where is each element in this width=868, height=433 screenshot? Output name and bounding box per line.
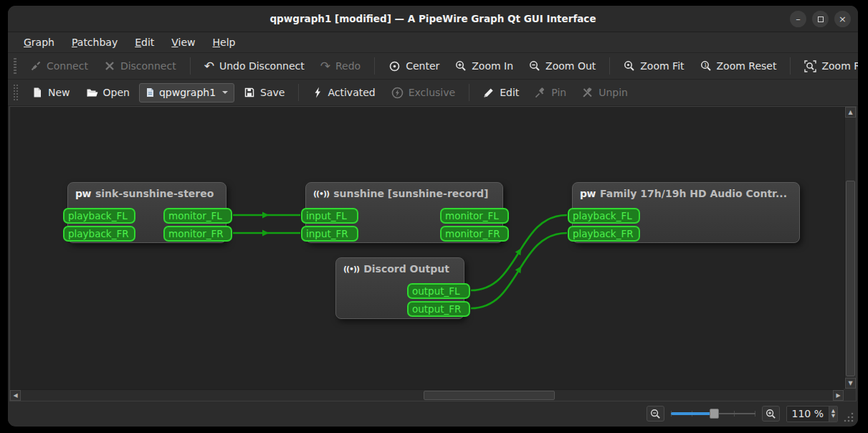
node-family-hd-audio[interactable]: pw Family 17h/19h HD Audio Contr... play… xyxy=(572,182,800,243)
stream-icon: ((•)) xyxy=(313,189,329,199)
redo-button[interactable]: ↷ Redo xyxy=(314,57,367,75)
close-button[interactable]: × xyxy=(834,11,851,27)
toolbar-separator xyxy=(190,57,191,75)
toolbar-separator xyxy=(609,57,610,75)
pipewire-icon: pw xyxy=(580,188,596,199)
undo-disconnect-button[interactable]: ↶ Undo Disconnect xyxy=(198,57,311,75)
zoom-steppers[interactable]: ▲▼ xyxy=(829,406,837,422)
exclusive-bolt-icon xyxy=(391,87,404,99)
connection-wires xyxy=(10,107,844,389)
scroll-right-button[interactable]: ▶ xyxy=(833,390,844,401)
patchbay-select-value: qpwgraph1 xyxy=(159,87,216,98)
zoom-range-button[interactable]: Zoom Range xyxy=(798,57,858,76)
horizontal-scrollbar[interactable]: ◀ ▶ xyxy=(10,389,844,401)
port-playback-fr[interactable]: playback_FR xyxy=(568,226,640,242)
port-monitor-fr[interactable]: monitor_FR xyxy=(163,226,232,242)
port-playback-fl[interactable]: playback_FL xyxy=(63,208,135,224)
toolbar-drag-handle[interactable] xyxy=(14,58,16,74)
graph-toolbar: Connect Disconnect ↶ Undo Disconnect ↷ R… xyxy=(8,53,858,80)
titlebar[interactable]: qpwgraph1 [modified] — A PipeWire Graph … xyxy=(8,6,858,32)
save-icon xyxy=(244,87,255,98)
app-window: qpwgraph1 [modified] — A PipeWire Graph … xyxy=(8,6,858,427)
new-file-icon xyxy=(32,87,43,98)
menu-graph[interactable]: Graph xyxy=(15,34,63,51)
maximize-icon xyxy=(818,16,824,22)
unpin-icon xyxy=(582,87,593,98)
exclusive-button[interactable]: Exclusive xyxy=(385,83,462,103)
zoom-value: 110 % xyxy=(787,408,829,419)
disconnect-button[interactable]: Disconnect xyxy=(97,57,183,75)
port-input-fr[interactable]: input_FR xyxy=(301,226,358,242)
port-output-fr[interactable]: output_FR xyxy=(407,301,470,317)
edit-button[interactable]: Edit xyxy=(477,83,525,102)
zoom-out-icon xyxy=(529,60,540,72)
center-button[interactable]: Center xyxy=(382,57,446,76)
spin-down-icon: ▼ xyxy=(831,414,835,419)
arrow-up-icon: ▲ xyxy=(848,109,852,115)
new-button[interactable]: New xyxy=(25,83,77,102)
scroll-up-button[interactable]: ▲ xyxy=(845,107,856,118)
open-button[interactable]: Open xyxy=(80,83,136,102)
graph-canvas[interactable]: pw sink-sunshine-stereo playback_FL play… xyxy=(10,107,844,389)
patchbay-toolbar: New Open qpwgraph1 Save Activated Exclus… xyxy=(8,80,858,106)
horizontal-scroll-thumb[interactable] xyxy=(424,391,555,400)
pin-button[interactable]: Pin xyxy=(528,83,573,102)
toolbar-separator xyxy=(298,84,299,101)
close-icon: × xyxy=(839,14,846,24)
svg-text:1: 1 xyxy=(704,62,707,68)
zoom-out-button[interactable]: Zoom Out xyxy=(523,57,602,75)
zoom-slider[interactable] xyxy=(671,408,755,419)
activated-bolt-icon xyxy=(313,87,323,98)
port-playback-fl[interactable]: playback_FL xyxy=(568,208,640,224)
node-title: pw Family 17h/19h HD Audio Contr... xyxy=(573,183,799,199)
node-discord-output[interactable]: ((•)) Discord Output output_FL output_FR xyxy=(335,257,464,319)
zoom-in-icon xyxy=(455,60,467,72)
toolbar-drag-handle[interactable] xyxy=(14,85,18,100)
menu-help[interactable]: Help xyxy=(204,34,244,51)
zoom-reset-icon: 1 xyxy=(700,60,712,72)
minimize-icon: – xyxy=(796,14,801,24)
connect-button[interactable]: Connect xyxy=(24,57,95,75)
toolbar-separator xyxy=(374,57,375,75)
scroll-left-button[interactable]: ◀ xyxy=(10,390,21,401)
save-button[interactable]: Save xyxy=(237,83,291,102)
menu-view[interactable]: View xyxy=(163,34,204,51)
chevron-down-icon xyxy=(222,91,228,94)
minimize-button[interactable]: – xyxy=(790,11,806,27)
unpin-button[interactable]: Unpin xyxy=(576,83,634,102)
vertical-scrollbar[interactable]: ▲ ▼ xyxy=(844,107,856,389)
vertical-scroll-thumb[interactable] xyxy=(846,181,855,376)
zoom-in-button[interactable]: Zoom In xyxy=(449,57,520,75)
pipewire-icon: pw xyxy=(75,188,91,199)
zoom-fit-button[interactable]: Zoom Fit xyxy=(617,57,690,75)
port-output-fl[interactable]: output_FL xyxy=(407,283,470,299)
node-sink-sunshine-stereo[interactable]: pw sink-sunshine-stereo playback_FL play… xyxy=(67,182,226,243)
pin-icon xyxy=(535,87,546,98)
zoom-reset-button[interactable]: 1 Zoom Reset xyxy=(694,57,783,75)
node-sunshine[interactable]: ((•)) sunshine [sunshine-record] input_F… xyxy=(305,182,503,243)
window-title: qpwgraph1 [modified] — A PipeWire Graph … xyxy=(270,13,596,24)
port-input-fl[interactable]: input_FL xyxy=(301,208,358,224)
menu-edit[interactable]: Edit xyxy=(126,34,163,51)
status-zoom-out-button[interactable] xyxy=(647,406,664,422)
activated-button[interactable]: Activated xyxy=(306,83,381,102)
zoom-slider-track[interactable] xyxy=(714,413,755,414)
arrow-right-icon: ▶ xyxy=(836,392,840,399)
scrollbar-corner xyxy=(844,389,856,401)
scroll-down-button[interactable]: ▼ xyxy=(845,378,856,389)
port-monitor-fl[interactable]: monitor_FL xyxy=(440,208,509,224)
maximize-button[interactable] xyxy=(812,11,829,27)
port-monitor-fl[interactable]: monitor_FL xyxy=(163,208,232,224)
patchbay-select[interactable]: qpwgraph1 xyxy=(139,83,234,103)
zoom-slider-handle[interactable] xyxy=(710,409,719,419)
menubar: Graph Patchbay Edit View Help xyxy=(8,32,858,53)
zoom-spinbox[interactable]: 110 % ▲▼ xyxy=(786,406,838,422)
menu-patchbay[interactable]: Patchbay xyxy=(63,34,126,51)
zoom-slider-fill xyxy=(671,412,714,415)
port-playback-fr[interactable]: playback_FR xyxy=(63,226,135,242)
resize-grip[interactable] xyxy=(843,411,854,422)
port-monitor-fr[interactable]: monitor_FR xyxy=(440,226,509,242)
status-zoom-in-button[interactable] xyxy=(762,406,780,422)
stream-icon: ((•)) xyxy=(343,265,359,274)
center-icon xyxy=(388,60,401,72)
